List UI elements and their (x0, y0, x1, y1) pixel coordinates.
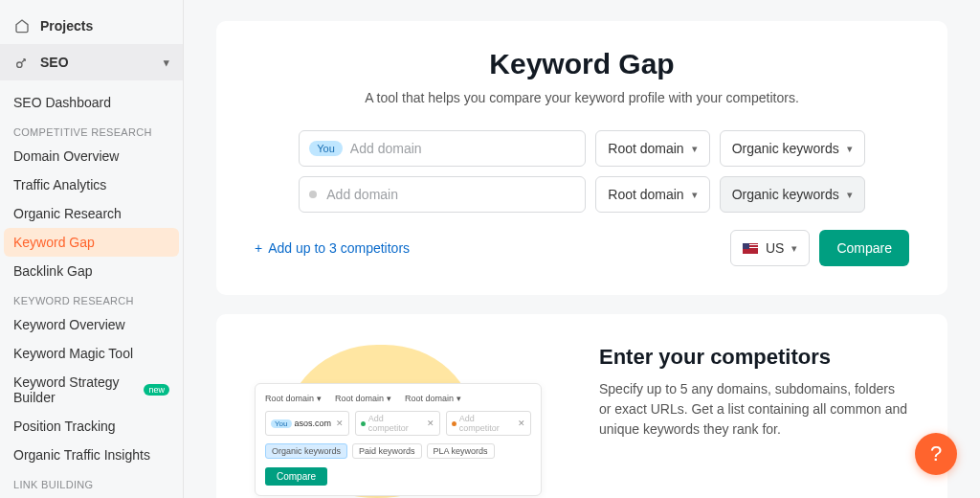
mini-root-domain-3: Root domain▾ (405, 394, 461, 403)
mini-chip-pla: PLA keywords (427, 443, 495, 459)
preview-illustration: Root domain▾ Root domain▾ Root domain▾ Y… (255, 345, 561, 498)
mini-compare-button: Compare (265, 467, 327, 486)
sidebar-section-competitive: COMPETITIVE RESEARCH (0, 117, 183, 142)
enter-desc: Specify up to 5 any domains, subdomains,… (599, 379, 909, 440)
mini-input-you: Youasos.com✕ (265, 411, 349, 436)
home-icon (13, 17, 31, 34)
sidebar-link-seo-dashboard[interactable]: SEO Dashboard (0, 88, 183, 117)
mini-input-comp1: Add competitor✕ (355, 411, 440, 436)
mini-root-domain-1: Root domain▾ (265, 394, 322, 403)
add-competitors-label: Add up to 3 competitors (268, 240, 410, 256)
chevron-down-icon: ▾ (692, 189, 698, 201)
sidebar-seo-label: SEO (40, 55, 69, 70)
country-selector[interactable]: US ▾ (730, 230, 810, 266)
sidebar-link-domain-overview[interactable]: Domain Overview (0, 142, 183, 170)
form-card: Keyword Gap A tool that helps you compar… (216, 21, 947, 295)
chevron-down-icon: ▾ (164, 57, 169, 69)
main-content: Keyword Gap A tool that helps you compar… (184, 0, 980, 498)
page-title: Keyword Gap (255, 48, 909, 80)
sidebar-link-keyword-gap[interactable]: Keyword Gap (4, 228, 179, 257)
root-domain-dropdown-2[interactable]: Root domain ▾ (595, 176, 709, 213)
sidebar: Projects SEO ▾ SEO Dashboard COMPETITIVE… (0, 0, 184, 498)
chevron-down-icon: ▾ (847, 143, 853, 155)
sidebar-item-seo[interactable]: SEO ▾ (0, 44, 183, 80)
page-subtitle: A tool that helps you compare your keywo… (255, 90, 909, 105)
plus-icon: + (255, 240, 262, 256)
sidebar-link-organic-research[interactable]: Organic Research (0, 199, 183, 228)
chevron-down-icon: ▾ (791, 242, 797, 255)
competitors-text: Enter your competitors Specify up to 5 a… (599, 345, 909, 440)
chevron-down-icon: ▾ (692, 143, 698, 155)
us-flag-icon (743, 243, 758, 254)
keyword-type-dropdown-1[interactable]: Organic keywords ▾ (720, 130, 865, 167)
mini-chip-paid: Paid keywords (352, 443, 422, 459)
svg-point-0 (17, 62, 22, 67)
help-icon: ? (930, 441, 942, 466)
sidebar-section-link-building: LINK BUILDING (0, 469, 183, 494)
sidebar-projects-label: Projects (40, 18, 93, 34)
compare-button[interactable]: Compare (819, 230, 909, 266)
your-domain-input-wrapper[interactable]: You (299, 130, 586, 167)
keyword-type-dropdown-2[interactable]: Organic keywords ▾ (720, 176, 865, 213)
sidebar-section-keyword: KEYWORD RESEARCH (0, 285, 183, 310)
domain-row-competitor: Root domain ▾ Organic keywords ▾ (255, 176, 909, 213)
new-badge: new (144, 384, 169, 396)
mini-root-domain-2: Root domain▾ (335, 394, 391, 403)
root-domain-dropdown-1[interactable]: Root domain ▾ (595, 130, 709, 167)
sidebar-item-projects[interactable]: Projects (0, 8, 183, 44)
sidebar-link-keyword-strategy[interactable]: Keyword Strategy Builder new (0, 368, 183, 412)
sidebar-link-backlink-gap[interactable]: Backlink Gap (0, 257, 183, 285)
chevron-down-icon: ▾ (847, 189, 853, 201)
competitor-dot-icon (309, 191, 317, 198)
sidebar-link-traffic-analytics[interactable]: Traffic Analytics (0, 170, 183, 199)
sidebar-link-backlink-analytics[interactable]: Backlink Analytics (0, 494, 183, 498)
domain-row-you: You Root domain ▾ Organic keywords ▾ (255, 130, 909, 167)
add-competitors-link[interactable]: + Add up to 3 competitors (255, 240, 410, 256)
help-fab[interactable]: ? (915, 433, 957, 475)
dropdown-label: Root domain (608, 141, 683, 156)
country-label: US (766, 240, 784, 256)
dropdown-label: Organic keywords (732, 187, 839, 202)
sidebar-link-position-tracking[interactable]: Position Tracking (0, 412, 183, 441)
sidebar-link-keyword-overview[interactable]: Keyword Overview (0, 310, 183, 339)
competitors-info-card: Root domain▾ Root domain▾ Root domain▾ Y… (216, 314, 947, 498)
mini-input-comp2: Add competitor✕ (446, 411, 531, 436)
competitor-domain-input-wrapper[interactable] (299, 176, 586, 213)
sidebar-link-organic-insights[interactable]: Organic Traffic Insights (0, 441, 183, 469)
dropdown-label: Root domain (608, 187, 683, 202)
dropdown-label: Organic keywords (732, 141, 839, 156)
your-domain-input[interactable] (350, 141, 575, 156)
sidebar-link-keyword-magic[interactable]: Keyword Magic Tool (0, 339, 183, 368)
enter-title: Enter your competitors (599, 345, 909, 370)
you-pill: You (309, 141, 343, 156)
mini-preview: Root domain▾ Root domain▾ Root domain▾ Y… (255, 383, 542, 496)
competitor-domain-input[interactable] (326, 187, 575, 202)
seo-icon (13, 54, 31, 71)
mini-chip-organic: Organic keywords (265, 443, 347, 459)
sidebar-link-label: Keyword Strategy Builder (13, 374, 138, 405)
